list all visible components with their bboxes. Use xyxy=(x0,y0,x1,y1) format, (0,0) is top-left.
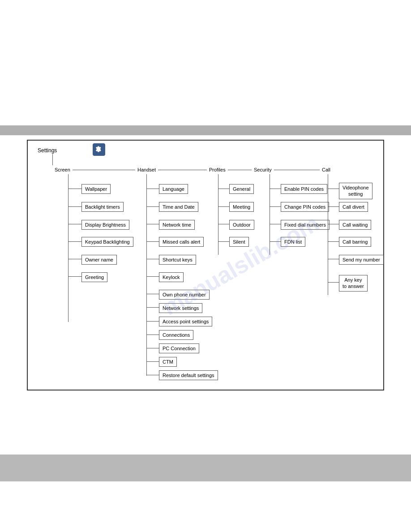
bottom-white-space xyxy=(0,481,411,532)
node-enable-pin-codes: Enable PIN codes xyxy=(281,184,327,194)
line-call-barring xyxy=(328,241,339,242)
node-meeting: Meeting xyxy=(229,202,254,212)
line-categories-h xyxy=(52,170,320,170)
node-videophone-setting: Videophonesetting xyxy=(339,183,372,199)
node-silent: Silent xyxy=(229,237,249,247)
node-connections: Connections xyxy=(159,330,193,340)
line-handset-v xyxy=(146,174,147,376)
node-settings: Settings xyxy=(34,146,60,156)
node-call: Call xyxy=(320,165,333,174)
line-call-v xyxy=(328,174,328,295)
node-owner-name: Owner name xyxy=(81,255,117,265)
node-security: Security xyxy=(252,165,274,174)
line-security-v xyxy=(270,174,270,255)
page-wrapper: manualslib.com Settings Screen xyxy=(0,0,411,532)
node-wallpaper: Wallpaper xyxy=(81,184,111,194)
line-shortcut-keys xyxy=(146,259,159,259)
node-call-waiting: Call waiting xyxy=(339,220,371,230)
node-profiles: Profiles xyxy=(207,165,228,174)
node-keylock: Keylock xyxy=(159,272,184,282)
line-keylock xyxy=(146,276,159,277)
line-time-date xyxy=(146,206,159,207)
line-network-time xyxy=(146,224,159,224)
line-fdn-list xyxy=(270,241,281,242)
line-change-pin xyxy=(270,206,281,207)
node-time-date: Time and Date xyxy=(159,202,198,212)
node-screen: Screen xyxy=(52,165,73,174)
node-handset: Handset xyxy=(135,165,158,174)
line-keypad xyxy=(68,241,81,242)
line-language xyxy=(146,189,159,189)
node-missed-calls-alert: Missed calls alert xyxy=(159,237,204,247)
node-access-point-settings: Access point settings xyxy=(159,317,212,326)
line-pc-connection xyxy=(146,348,159,348)
node-fdn-list: FDN list xyxy=(281,237,305,247)
line-connections xyxy=(146,335,159,335)
node-greeting: Greeting xyxy=(81,272,107,282)
line-enable-pin xyxy=(270,189,281,189)
diagram-box: manualslib.com Settings Screen xyxy=(27,140,384,390)
gear-icon xyxy=(93,143,105,156)
line-screen-v xyxy=(68,174,68,322)
node-ctm: CTM xyxy=(159,357,177,367)
line-call-divert xyxy=(328,206,339,207)
line-fixed-dial xyxy=(270,224,281,224)
node-network-settings: Network settings xyxy=(159,303,202,313)
node-display-brightness: Display Brightness xyxy=(81,220,129,230)
line-missed-calls xyxy=(146,241,159,242)
node-send-my-number: Send my number xyxy=(339,255,384,265)
line-restore xyxy=(146,375,159,375)
line-videophone xyxy=(328,189,339,189)
main-content: manualslib.com Settings Screen xyxy=(0,135,411,446)
node-general: General xyxy=(229,184,254,194)
node-language: Language xyxy=(159,184,188,194)
node-any-key-answer: Any keyto answer xyxy=(339,275,368,292)
node-call-barring: Call barring xyxy=(339,237,371,247)
line-ctm xyxy=(146,361,159,362)
line-meeting xyxy=(218,206,229,207)
line-call-waiting xyxy=(328,224,339,224)
bottom-gray-bar xyxy=(0,455,411,481)
line-network-settings xyxy=(146,307,159,308)
line-silent xyxy=(218,241,229,242)
line-owner xyxy=(68,259,81,259)
line-profiles-v xyxy=(218,174,218,255)
line-display-brightness xyxy=(68,224,81,224)
line-outdoor xyxy=(218,224,229,224)
line-greeting xyxy=(68,276,81,277)
line-own-phone xyxy=(146,294,159,294)
gray-bar-top xyxy=(0,125,411,135)
node-pc-connection: PC Connection xyxy=(159,343,199,353)
node-backlight-timers: Backlight timers xyxy=(81,202,124,212)
node-outdoor: Outdoor xyxy=(229,220,254,230)
line-general xyxy=(218,189,229,189)
node-change-pin-codes: Change PIN codes xyxy=(281,202,329,212)
line-any-key xyxy=(328,282,339,283)
node-own-phone-number: Own phone number xyxy=(159,290,210,300)
line-backlight xyxy=(68,206,81,207)
node-keypad-backlighting: Keypad Backlighting xyxy=(81,237,133,247)
line-send-my-number xyxy=(328,259,339,259)
node-fixed-dial-numbers: Fixed dial numbers xyxy=(281,220,330,230)
top-white-space xyxy=(0,0,411,125)
node-network-time: Network time xyxy=(159,220,195,230)
node-shortcut-keys: Shortcut keys xyxy=(159,255,196,265)
line-access-point xyxy=(146,321,159,322)
node-restore-defaults: Restore default settings xyxy=(159,370,218,380)
node-call-divert: Call divert xyxy=(339,202,368,212)
line-wallpaper xyxy=(68,189,81,189)
